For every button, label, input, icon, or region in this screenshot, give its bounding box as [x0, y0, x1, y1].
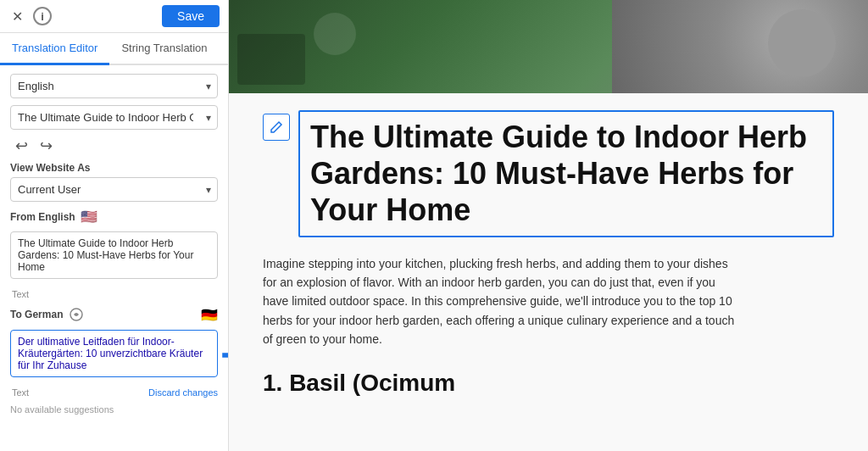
- language-select-wrapper: English German French Spanish: [10, 74, 218, 98]
- info-button[interactable]: i: [33, 7, 52, 25]
- source-text-area[interactable]: The Ultimate Guide to Indoor Herb Garden…: [10, 231, 218, 279]
- main-title: The Ultimate Guide to Indoor Herb Garden…: [298, 110, 834, 237]
- tab-bar: Translation Editor String Translation: [0, 33, 228, 65]
- svg-marker-1: [222, 348, 228, 362]
- english-flag: 🇺🇸: [81, 209, 97, 225]
- discard-changes-button[interactable]: Discard changes: [148, 387, 218, 398]
- current-user-select[interactable]: Current User Guest Administrator: [10, 177, 218, 202]
- edit-icon-box[interactable]: [263, 114, 290, 141]
- hero-image: [229, 0, 868, 93]
- section-heading: 1. Basil (Ocimum: [263, 370, 834, 397]
- forward-arrow-button[interactable]: ↪: [36, 136, 56, 155]
- page-select[interactable]: The Ultimate Guide to Indoor Herb Garden…: [10, 105, 218, 130]
- from-english-label: From English 🇺🇸: [10, 209, 218, 225]
- back-arrow-button[interactable]: ↩: [12, 136, 31, 155]
- save-button[interactable]: Save: [162, 5, 220, 27]
- content-area: The Ultimate Guide to Indoor Herb Garden…: [229, 93, 868, 431]
- tab-string-translation[interactable]: String Translation: [109, 33, 219, 65]
- nav-arrows: ↩ ↪: [10, 136, 218, 155]
- discard-row: Text Discard changes: [10, 387, 218, 398]
- no-suggestions: No available suggestions: [10, 404, 218, 415]
- to-german-left: To German: [10, 306, 85, 323]
- left-panel: ✕ i Save Translation Editor String Trans…: [0, 0, 229, 451]
- blue-arrow-indicator: [222, 347, 228, 364]
- right-panel: The Ultimate Guide to Indoor Herb Garden…: [229, 0, 868, 451]
- to-german-header: To German 🇩🇪: [10, 306, 218, 323]
- view-website-label: View Website As: [10, 162, 218, 174]
- translated-field-type: Text: [10, 387, 29, 398]
- tab-translation-editor[interactable]: Translation Editor: [0, 33, 109, 65]
- panel-content: English German French Spanish The Ultima…: [0, 65, 228, 451]
- language-select[interactable]: English German French Spanish: [10, 74, 218, 98]
- source-field-type: Text: [10, 289, 218, 299]
- close-button[interactable]: ✕: [8, 7, 26, 26]
- title-block: The Ultimate Guide to Indoor Herb Garden…: [263, 110, 834, 237]
- ai-icon[interactable]: [68, 306, 85, 323]
- current-user-select-wrapper: Current User Guest Administrator: [10, 177, 218, 202]
- german-flag: 🇩🇪: [201, 307, 218, 323]
- german-textarea-wrapper: Der ultimative Leitfaden für Indoor-Kräu…: [10, 330, 218, 381]
- translated-text-area[interactable]: Der ultimative Leitfaden für Indoor-Kräu…: [10, 330, 218, 377]
- edit-icon: [270, 120, 283, 134]
- source-text-wrapper: The Ultimate Guide to Indoor Herb Garden…: [10, 231, 218, 282]
- description-text: Imagine stepping into your kitchen, pluc…: [263, 254, 737, 349]
- page-select-wrapper: The Ultimate Guide to Indoor Herb Garden…: [10, 105, 218, 130]
- view-website-section: View Website As Current User Guest Admin…: [10, 162, 218, 202]
- top-bar: ✕ i Save: [0, 0, 228, 33]
